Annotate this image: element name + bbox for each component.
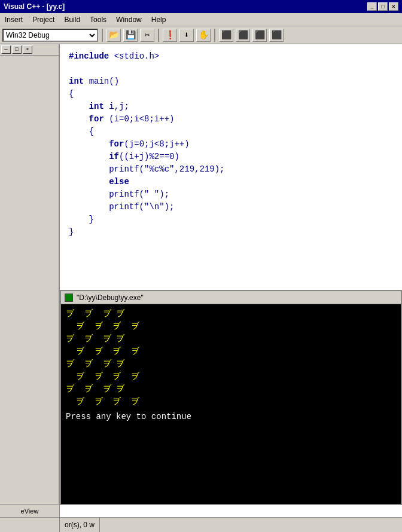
title-buttons: _ □ × [367, 2, 398, 11]
code-line-15: } [69, 226, 393, 239]
status-segment-1 [0, 518, 60, 532]
console-row-7: ヺ ヺ ヺ ヺ [66, 383, 396, 396]
console-titlebar: "D:\yy\Debug\yy.exe" [61, 291, 401, 304]
config-dropdown[interactable]: Win32 Debug [2, 29, 98, 42]
toolbar-btn-4[interactable]: ❗ [163, 29, 177, 42]
title-text: Visual C++ - [yy.c] [4, 2, 367, 11]
menu-project[interactable]: Project [28, 14, 59, 25]
console-row-2: ヺ ヺ ヺ ヺ [66, 320, 396, 333]
console-row-3: ヺ ヺ ヺ ヺ [66, 333, 396, 346]
toolbar-separator-2 [158, 29, 159, 42]
title-bar: Visual C++ - [yy.c] _ □ × [0, 0, 402, 13]
menu-window[interactable]: Window [111, 14, 147, 25]
menu-insert[interactable]: Insert [0, 14, 28, 25]
console-body: ヺ ヺ ヺ ヺ ヺ ヺ ヺ ヺ ヺ ヺ ヺ ヺ ヺ ヺ ヺ ヺ ヺ ヺ ヺ ヺ … [61, 304, 401, 504]
toolbar-btn-5[interactable]: ⬇ [179, 29, 194, 42]
console-row-8: ヺ ヺ ヺ ヺ [66, 396, 396, 408]
code-line-6: for (i=0;i<8;i++) [69, 113, 393, 126]
tab-label: eView [21, 507, 39, 515]
code-line-13: printf("\n"); [69, 201, 393, 213]
panel-btn-minimize[interactable]: — [1, 45, 11, 54]
left-panel-header: — □ × [0, 44, 59, 56]
panel-btn-maximize[interactable]: □ [12, 45, 22, 54]
maximize-button[interactable]: □ [378, 2, 388, 11]
console-row-6: ヺ ヺ ヺ ヺ [66, 371, 396, 383]
code-line-2 [69, 63, 393, 75]
code-line-4: { [69, 88, 393, 100]
toolbar-btn-2[interactable]: 💾 [123, 29, 138, 42]
panel-btn-close[interactable]: × [23, 45, 32, 54]
console-row-4: ヺ ヺ ヺ ヺ [66, 346, 396, 358]
toolbar-btn-10[interactable]: ⬛ [269, 29, 284, 42]
code-line-7: { [69, 126, 393, 138]
menu-bar: Insert Project Build Tools Window Help [0, 13, 402, 26]
code-line-14: } [69, 213, 393, 226]
code-line-12: printf(" "); [69, 188, 393, 201]
minimize-button[interactable]: _ [367, 2, 377, 11]
menu-build[interactable]: Build [59, 14, 85, 25]
toolbar-btn-1[interactable]: 📂 [106, 29, 121, 42]
code-line-8: for(j=0;j<8;j++) [69, 138, 393, 151]
menu-tools[interactable]: Tools [85, 14, 111, 25]
console-row-5: ヺ ヺ ヺ ヺ [66, 358, 396, 371]
toolbar-btn-7[interactable]: ⬛ [219, 29, 233, 42]
left-panel: — □ × [0, 44, 60, 517]
console-icon [65, 293, 73, 302]
toolbar-btn-3[interactable]: ✂ [140, 29, 154, 42]
toolbar-btn-8[interactable]: ⬛ [236, 29, 250, 42]
toolbar-separator-3 [214, 29, 215, 42]
console-row-1: ヺ ヺ ヺ ヺ [66, 308, 396, 320]
toolbar-btn-6[interactable]: ✋ [196, 29, 211, 42]
toolbar: Win32 Debug 📂 💾 ✂ ❗ ⬇ ✋ ⬛ ⬛ ⬛ ⬛ [0, 26, 402, 44]
console-prompt: Press any key to continue [66, 411, 396, 423]
status-bar: or(s), 0 w [0, 517, 402, 532]
code-line-5: int i,j; [69, 100, 393, 113]
menu-help[interactable]: Help [147, 14, 171, 25]
code-line-11: else [69, 176, 393, 188]
console-title: "D:\yy\Debug\yy.exe" [77, 293, 144, 302]
toolbar-separator-1 [102, 29, 103, 42]
code-line-3: int main() [69, 75, 393, 88]
code-line-1: #include <stdio.h> [69, 50, 393, 63]
code-line-9: if((i+j)%2==0) [69, 151, 393, 163]
close-button[interactable]: × [389, 2, 398, 11]
bottom-tab[interactable]: eView [0, 504, 60, 517]
status-segment-2: or(s), 0 w [60, 518, 100, 532]
toolbar-btn-9[interactable]: ⬛ [252, 29, 267, 42]
console-window: "D:\yy\Debug\yy.exe" ヺ ヺ ヺ ヺ ヺ ヺ ヺ ヺ ヺ ヺ… [60, 290, 402, 505]
code-line-10: printf("%c%c",219,219); [69, 163, 393, 176]
